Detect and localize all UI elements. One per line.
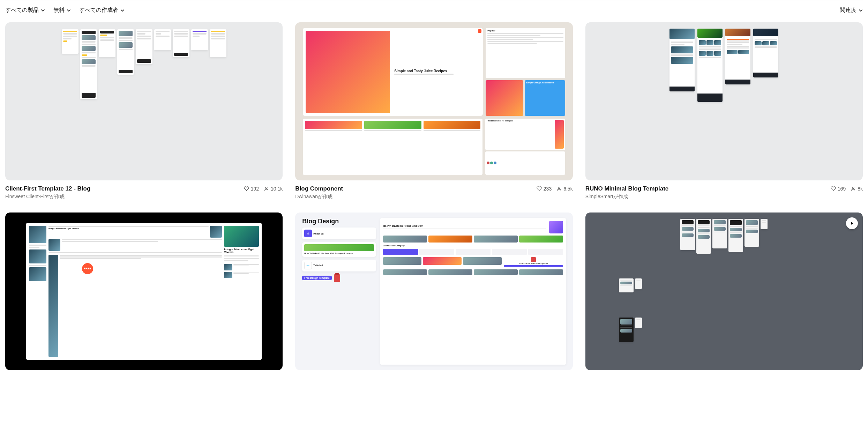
results-grid: Client-First Template 12 - Blog Finsweet… (5, 22, 863, 370)
template-thumbnail: Simple and Tasty Juice Recipes Popular (295, 22, 573, 180)
heart-icon (244, 186, 249, 191)
filter-products-label: すべての製品 (5, 7, 39, 14)
template-card[interactable] (585, 212, 863, 371)
card-meta: Client-First Template 12 - Blog Finsweet… (5, 180, 283, 200)
hero-post-title: Integer Maecenas Eget Viverra (224, 248, 259, 254)
play-icon (850, 221, 854, 226)
chevron-down-icon (41, 8, 45, 13)
card-meta: RUNO Minimal Blog Template SimpleSmartが作… (585, 180, 863, 200)
user-icon (851, 186, 856, 191)
template-title: Client-First Template 12 - Blog (5, 185, 90, 192)
template-byline: SimpleSmartが作成 (585, 194, 669, 200)
template-byline: Dwinawanが作成 (295, 194, 343, 200)
filter-left-group: すべての製品 無料 すべての作成者 (5, 7, 125, 14)
filter-price-label: 無料 (53, 7, 65, 14)
template-card[interactable]: Client-First Template 12 - Blog Finsweet… (5, 22, 283, 200)
template-thumbnail (5, 22, 283, 180)
card-meta: Blog Component Dwinawanが作成 233 6.5k (295, 180, 573, 200)
filter-bar: すべての製品 無料 すべての作成者 関連度 (5, 0, 863, 22)
template-thumbnail (585, 22, 863, 180)
template-card[interactable]: Simple and Tasty Juice Recipes Popular (295, 22, 573, 200)
users-stat: 10.1k (264, 186, 283, 192)
user-icon (264, 186, 269, 191)
template-card[interactable]: Blog Design ⚛ React JS How To Make CLI I… (295, 212, 573, 371)
thumbnail-headline: Blog Design (302, 218, 376, 225)
chevron-down-icon (67, 8, 71, 13)
template-thumbnail (585, 212, 863, 371)
template-title: RUNO Minimal Blog Template (585, 185, 669, 192)
hero-text: Simple and Tasty Juice Recipes (394, 69, 479, 73)
likes-count: 233 (544, 186, 552, 192)
template-thumbnail: Integer Maecenas Eget Viverra (5, 212, 283, 371)
free-badge: FREE (82, 263, 93, 274)
users-stat: 6.5k (556, 186, 573, 192)
likes-stat[interactable]: 169 (831, 186, 846, 192)
sort-button[interactable]: 関連度 (840, 7, 863, 14)
filter-creators-button[interactable]: すべての作成者 (79, 7, 125, 14)
play-button[interactable] (846, 217, 858, 229)
heart-icon (831, 186, 836, 191)
likes-stat[interactable]: 233 (537, 186, 552, 192)
filter-products-button[interactable]: すべての製品 (5, 7, 45, 14)
likes-count: 192 (251, 186, 259, 192)
svg-point-2 (852, 187, 854, 189)
chevron-down-icon (120, 8, 125, 13)
template-thumbnail: Blog Design ⚛ React JS How To Make CLI I… (295, 212, 573, 371)
filter-price-button[interactable]: 無料 (53, 7, 71, 14)
template-byline: Finsweet Client-Firstが作成 (5, 194, 90, 200)
sort-label: 関連度 (840, 7, 856, 14)
template-card[interactable]: Integer Maecenas Eget Viverra (5, 212, 283, 371)
template-card[interactable]: RUNO Minimal Blog Template SimpleSmartが作… (585, 22, 863, 200)
users-stat: 8k (851, 186, 863, 192)
chevron-down-icon (859, 8, 863, 13)
filter-creators-label: すべての作成者 (79, 7, 118, 14)
users-count: 6.5k (563, 186, 573, 192)
likes-stat[interactable]: 192 (244, 186, 259, 192)
users-count: 8k (858, 186, 863, 192)
user-icon (556, 186, 562, 191)
svg-point-0 (265, 187, 267, 189)
users-count: 10.1k (271, 186, 283, 192)
heart-icon (537, 186, 542, 191)
likes-count: 169 (838, 186, 846, 192)
svg-point-1 (558, 187, 560, 189)
template-title: Blog Component (295, 185, 343, 192)
